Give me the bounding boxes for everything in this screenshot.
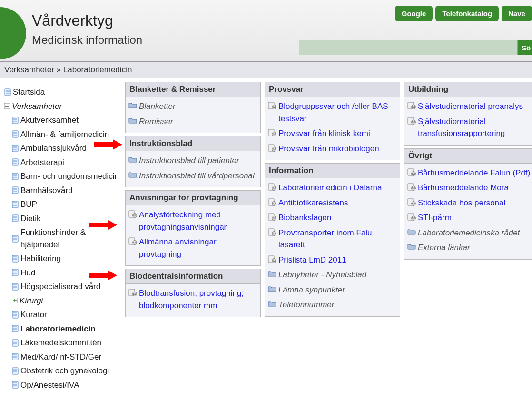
box-link[interactable]: Prislista LmD 2011	[268, 253, 397, 268]
box-link-label: Antibiotikaresistens	[278, 197, 348, 209]
box-body: Laboratoriemedicin i Dalarna Antibiotika…	[265, 178, 400, 316]
content-box: Instruktionsblad Instruktionsblad till p…	[125, 136, 261, 187]
box-link[interactable]: Blanketter	[128, 99, 257, 114]
box-header: Blanketter & Remisser	[126, 82, 260, 97]
search-button[interactable]: Sö	[518, 40, 532, 55]
sidebar-item[interactable]: Akutverksamhet	[1, 113, 120, 127]
top-button-nave[interactable]: Nave	[502, 6, 532, 21]
box-link[interactable]: Labnyheter - Nyhetsblad	[268, 267, 397, 282]
sidebar-item[interactable]: Barnhälsovård	[1, 184, 120, 198]
box-link[interactable]: Blodtransfusion, provtagning, blodkompon…	[128, 286, 257, 313]
document-icon	[128, 289, 137, 296]
document-icon	[268, 183, 276, 191]
sidebar-item[interactable]: Med/Kard/Inf-STD/Ger	[1, 350, 120, 364]
page-icon	[12, 145, 19, 152]
box-link[interactable]: Antibiotikaresistens	[268, 195, 397, 211]
box-link-label: Provtransporter inom Falu lasarett	[278, 227, 397, 251]
sidebar-item-label: Kirurgi	[20, 295, 43, 307]
sidebar-item[interactable]: Allmän- & familjemedicin	[1, 127, 120, 142]
sidebar-item-label: Högspecialiserad vård	[20, 281, 100, 293]
box-link[interactable]: Provsvar från mikrobiologen	[268, 141, 397, 156]
sidebar-item[interactable]: Verksamheter	[1, 99, 120, 114]
box-link[interactable]: Stickskada hos personal	[407, 195, 532, 211]
box-link[interactable]: Externa länkar	[407, 240, 532, 255]
sidebar: StartsidaVerksamheterAkutverksamhetAllmä…	[0, 82, 121, 395]
box-link[interactable]: Bårhusmeddelande Falun (Pdf)	[407, 165, 532, 181]
box-link[interactable]: Allmänna anvisningar provtagning	[128, 234, 257, 262]
box-link[interactable]: Instruktionsblad till vårdpersonal	[128, 168, 257, 184]
box-link[interactable]: Lämna synpunkter	[268, 282, 397, 298]
sidebar-item[interactable]: Habilitering	[1, 252, 120, 266]
sidebar-item[interactable]: Obstetrik och gynekologi	[1, 364, 120, 378]
sidebar-item[interactable]: Arbetsterapi	[1, 156, 120, 170]
box-link[interactable]: Självstudiematerial preanalys	[407, 99, 532, 114]
main: StartsidaVerksamheterAkutverksamhetAllmä…	[0, 78, 532, 395]
sidebar-item[interactable]: Hud	[1, 266, 120, 280]
sidebar-item[interactable]: Ambulanssjukvård	[1, 141, 120, 156]
page-icon	[12, 201, 19, 208]
box-link[interactable]: Telefonnummer	[268, 297, 397, 312]
box-body: Bårhusmeddelande Falun (Pdf) Bårhusmedde…	[404, 164, 532, 259]
box-link[interactable]: Laboratoriemedicinska rådet	[407, 225, 532, 241]
box-header: Provsvar	[265, 82, 400, 97]
sidebar-item[interactable]: Funktionshinder & hjälpmedel	[1, 225, 120, 252]
document-icon	[268, 144, 276, 152]
folder-icon	[128, 102, 137, 108]
sidebar-item[interactable]: Högspecialiserad vård	[1, 280, 120, 294]
sidebar-item-label: Startsida	[13, 86, 45, 98]
box-link[interactable]: Instruktionsblad till patienter	[128, 153, 257, 168]
sidebar-item[interactable]: Laboratoriemedicin	[1, 322, 120, 336]
folder-icon	[407, 228, 416, 235]
content-columns: Blanketter & Remisser Blanketter Remisse…	[125, 82, 532, 395]
top-button-google[interactable]: Google	[395, 6, 433, 21]
box-link-label: Prislista LmD 2011	[278, 254, 346, 266]
search-area: Sö	[299, 40, 532, 55]
sidebar-item-label: Läkemedelskommittén	[20, 337, 101, 349]
sidebar-item[interactable]: Op/Anestesi/IVA	[1, 378, 120, 392]
page-icon	[12, 367, 19, 375]
sidebar-item[interactable]: Kirurgi	[1, 294, 120, 308]
sidebar-item[interactable]: Läkemedelskommittén	[1, 336, 120, 350]
box-link[interactable]: Biobankslagen	[268, 210, 397, 225]
sidebar-item-label: Barn- och ungdomsmedicin	[20, 170, 119, 183]
document-icon	[128, 210, 137, 218]
box-link[interactable]: Blodgruppssvar och /eller BAS-testsvar	[268, 99, 397, 126]
content-box: Provsvar Blodgruppssvar och /eller BAS-t…	[265, 82, 400, 160]
box-body: Analysförteckning med provtagningsanvisn…	[126, 205, 260, 265]
page-icon	[12, 269, 19, 276]
sidebar-item[interactable]: Dietik	[1, 212, 120, 226]
breadcrumb-part1[interactable]: Verksamheter	[4, 65, 54, 74]
sidebar-item[interactable]: Kurator	[1, 308, 120, 322]
box-link-label: Remisser	[139, 116, 173, 128]
page-icon	[12, 339, 19, 347]
folder-icon	[128, 117, 137, 124]
box-link-label: Instruktionsblad till vårdpersonal	[139, 170, 255, 182]
box-link[interactable]: Självstudiematerial transfusionsrapporte…	[407, 114, 532, 141]
search-input[interactable]	[299, 40, 518, 55]
box-link-label: STI-pärm	[418, 212, 452, 224]
box-link-label: Bårhusmeddelande Falun (Pdf)	[418, 167, 530, 179]
box-header: Information	[265, 164, 400, 178]
content-box: Blanketter & Remisser Blanketter Remisse…	[125, 82, 261, 133]
sidebar-item-label: Ambulanssjukvård	[20, 142, 87, 155]
box-link[interactable]: Laboratoriemedicin i Dalarna	[268, 180, 397, 195]
folder-icon	[128, 171, 137, 178]
sidebar-item[interactable]: Startsida	[1, 85, 120, 99]
box-link[interactable]: Bårhusmeddelande Mora	[407, 180, 532, 195]
box-link-label: Telefonnummer	[278, 299, 335, 311]
sidebar-item[interactable]: BUP	[1, 197, 120, 212]
document-icon	[268, 255, 276, 263]
box-link-label: Biobankslagen	[278, 212, 332, 224]
box-link[interactable]: Provtransporter inom Falu lasarett	[268, 225, 397, 253]
top-button-telefonkatalog[interactable]: Telefonkatalog	[435, 6, 499, 21]
box-link[interactable]: Analysförteckning med provtagningsanvisn…	[128, 207, 257, 234]
box-link[interactable]: Provsvar från klinisk kemi	[268, 126, 397, 141]
box-link-label: Laboratoriemedicinska rådet	[418, 227, 520, 239]
page-icon	[12, 186, 19, 194]
content-box: Information Laboratoriemedicin i Dalarna…	[265, 163, 400, 317]
box-link[interactable]: STI-pärm	[407, 210, 532, 225]
sidebar-item-label: Verksamheter	[12, 100, 62, 113]
sidebar-item[interactable]: Barn- och ungdomsmedicin	[1, 169, 120, 184]
box-link[interactable]: Remisser	[128, 114, 257, 129]
breadcrumb-part2[interactable]: Laboratoriemedicin	[63, 65, 132, 74]
